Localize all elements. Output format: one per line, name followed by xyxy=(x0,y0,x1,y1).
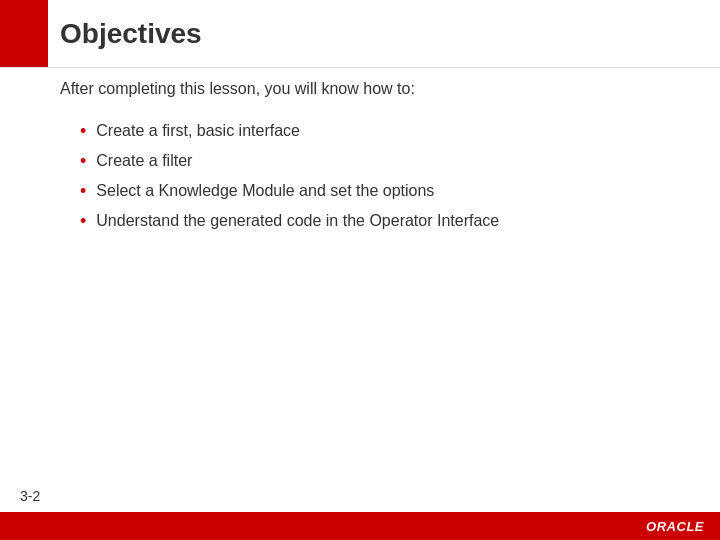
bullet-dot-4: • xyxy=(80,211,86,232)
bottom-bar: ORACLE xyxy=(0,512,720,540)
list-item: • Understand the generated code in the O… xyxy=(60,212,680,232)
oracle-logo: ORACLE xyxy=(646,519,704,534)
bullet-text-2: Create a filter xyxy=(96,152,192,170)
bullet-text-4: Understand the generated code in the Ope… xyxy=(96,212,499,230)
content-section: After completing this lesson, you will k… xyxy=(60,80,680,242)
subtitle-text: After completing this lesson, you will k… xyxy=(60,80,680,98)
list-item: • Create a first, basic interface xyxy=(60,122,680,142)
page-number: 3-2 xyxy=(20,488,40,504)
bullet-list: • Create a first, basic interface • Crea… xyxy=(60,122,680,232)
header-section: Objectives xyxy=(0,0,720,68)
bullet-text-1: Create a first, basic interface xyxy=(96,122,300,140)
bullet-dot-3: • xyxy=(80,181,86,202)
bullet-text-3: Select a Knowledge Module and set the op… xyxy=(96,182,434,200)
bullet-dot-1: • xyxy=(80,121,86,142)
list-item: • Select a Knowledge Module and set the … xyxy=(60,182,680,202)
list-item: • Create a filter xyxy=(60,152,680,172)
bullet-dot-2: • xyxy=(80,151,86,172)
page-title: Objectives xyxy=(60,18,202,50)
